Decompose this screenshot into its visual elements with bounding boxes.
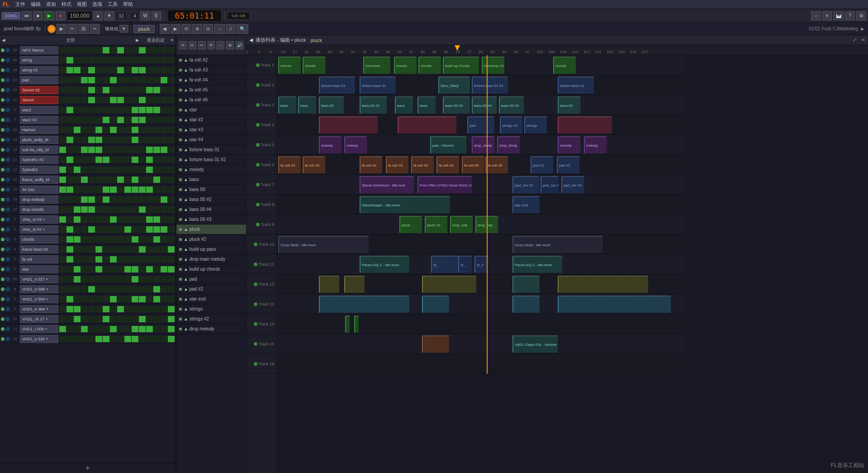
ch-mute-btn[interactable] — [5, 307, 10, 311]
mini-pad[interactable] — [146, 286, 153, 292]
mini-pad[interactable] — [81, 226, 88, 233]
mini-pad[interactable] — [161, 117, 167, 123]
ch-mute-btn[interactable] — [5, 138, 10, 142]
mini-pad[interactable] — [103, 296, 109, 302]
mini-pad[interactable] — [103, 177, 109, 183]
pl-tool-4[interactable]: ⟳ — [208, 41, 215, 49]
mini-pad[interactable] — [153, 226, 160, 233]
mini-pad[interactable] — [66, 117, 73, 123]
mini-pad[interactable] — [110, 117, 117, 123]
mini-pad[interactable] — [66, 306, 73, 312]
mini-pad[interactable] — [103, 236, 109, 243]
mini-pad[interactable] — [88, 276, 95, 282]
mini-pad[interactable] — [59, 256, 66, 263]
mini-pad[interactable] — [161, 107, 167, 113]
mini-pad[interactable] — [124, 226, 131, 233]
mini-pad[interactable] — [139, 186, 146, 193]
mini-pad[interactable] — [153, 286, 160, 292]
mini-pad[interactable] — [88, 157, 95, 163]
mini-pad[interactable] — [81, 67, 88, 73]
mini-pad[interactable] — [59, 336, 66, 342]
mini-pad[interactable] — [139, 57, 146, 63]
mini-pad[interactable] — [124, 206, 131, 213]
track-clip[interactable] — [512, 276, 540, 293]
track-clip[interactable]: furture bass 01 #2 — [472, 76, 508, 94]
mini-pad[interactable] — [161, 206, 167, 213]
track-row[interactable]: fa vol\ #2fa vol\ #2fa vol\ #2fa vol\ #3… — [277, 155, 684, 175]
mini-pad[interactable] — [110, 306, 117, 312]
mini-pad[interactable] — [59, 266, 66, 272]
mini-pad[interactable] — [168, 296, 175, 302]
pattern-item[interactable]: ▲ fa vol\ #2 — [176, 55, 246, 65]
channel-name[interactable]: VAD1_s 016 + — [20, 335, 58, 343]
track-clip[interactable]: Param EQ 2 - Mix level — [360, 256, 409, 273]
mini-pad[interactable] — [103, 97, 109, 103]
mini-pad[interactable] — [168, 137, 175, 143]
mini-pad[interactable] — [117, 336, 124, 342]
mini-pad[interactable] — [95, 296, 102, 302]
pattern-item[interactable]: ▲ bass 00 #2 — [176, 195, 246, 205]
mini-pad[interactable] — [59, 107, 66, 113]
mini-pad[interactable] — [153, 256, 160, 263]
mini-pad[interactable] — [110, 226, 117, 233]
mini-pad[interactable] — [132, 266, 138, 272]
ch-mute-btn[interactable] — [5, 177, 10, 182]
track-clip[interactable]: strings — [524, 116, 547, 134]
mini-pad[interactable] — [74, 167, 81, 173]
stop-btn[interactable]: ■ — [33, 11, 43, 20]
track-clip[interactable]: fa vol\ #5 — [462, 156, 484, 173]
mini-pad[interactable] — [95, 67, 102, 73]
track-clip[interactable] — [319, 296, 409, 313]
ch-mute-btn[interactable] — [5, 247, 10, 252]
mini-pad[interactable] — [103, 186, 109, 193]
track-clip[interactable]: harmonic #2 — [482, 57, 504, 74]
pattern-item[interactable]: ▲ furture bass 01 #2 — [176, 155, 246, 165]
mini-pad[interactable] — [117, 326, 124, 332]
mini-pad[interactable] — [168, 157, 175, 163]
mini-pad[interactable] — [88, 107, 95, 113]
mini-pad[interactable] — [81, 326, 88, 332]
mini-pad[interactable] — [146, 167, 153, 173]
channel-row[interactable]: 4future bass 02 — [0, 244, 175, 254]
mini-pad[interactable] — [74, 67, 81, 73]
mini-pad[interactable] — [146, 316, 153, 322]
track-clip[interactable]: chords — [394, 57, 417, 74]
mini-pad[interactable] — [153, 246, 160, 253]
track-row[interactable] — [277, 354, 684, 374]
mini-pad[interactable] — [66, 47, 73, 53]
mini-pad[interactable] — [59, 137, 66, 143]
mini-pad[interactable] — [95, 276, 102, 282]
mini-pad[interactable] — [110, 296, 117, 302]
pl-tool-7[interactable]: 🔊 — [236, 41, 243, 49]
mini-pad[interactable] — [74, 186, 81, 193]
mini-pad[interactable] — [81, 306, 88, 312]
track-clip[interactable]: fa vol\ #2 — [278, 156, 301, 173]
track-clip[interactable]: drop_ody — [475, 216, 498, 233]
mini-pad[interactable] — [153, 177, 160, 183]
mini-pad[interactable] — [153, 157, 160, 163]
mini-pad[interactable] — [161, 336, 167, 342]
mini-pad[interactable] — [132, 57, 138, 63]
track-clip[interactable]: pad — [467, 116, 494, 134]
channel-row[interactable]: 29drop melody — [0, 195, 175, 205]
mini-pad[interactable] — [168, 286, 175, 292]
mini-pad[interactable] — [132, 206, 138, 213]
mini-pad[interactable] — [132, 286, 138, 292]
track-clip[interactable]: bass 00 #4 — [499, 96, 524, 114]
mini-pad[interactable] — [81, 196, 88, 203]
channel-name[interactable]: Virtu_st #2 + — [20, 225, 58, 234]
mini-pad[interactable] — [117, 206, 124, 213]
track-clip[interactable]: Gross Beat - Mix level — [278, 236, 369, 253]
mini-pad[interactable] — [153, 97, 160, 103]
mini-pad[interactable] — [168, 276, 175, 282]
pattern-item[interactable]: ▲ fa vol\ #6 — [176, 95, 246, 105]
mini-pad[interactable] — [168, 107, 175, 113]
mini-pad[interactable] — [139, 196, 146, 203]
mini-pad[interactable] — [110, 77, 117, 83]
mini-pad[interactable] — [110, 266, 117, 272]
prev-btn[interactable]: ⏮ — [22, 11, 32, 20]
mini-pad[interactable] — [146, 157, 153, 163]
mini-pad[interactable] — [132, 177, 138, 183]
mini-pad[interactable] — [59, 296, 66, 302]
mini-pad[interactable] — [88, 236, 95, 243]
